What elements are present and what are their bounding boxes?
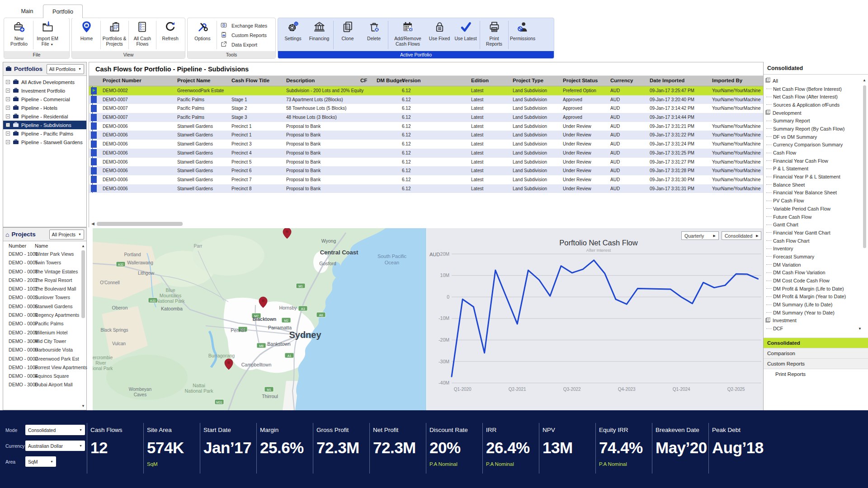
- mode-dropdown[interactable]: Consolidated▼: [25, 425, 85, 435]
- row-handle[interactable]: [91, 167, 97, 174]
- row-handle[interactable]: [91, 185, 97, 192]
- use-latest-button[interactable]: Use Latest: [453, 19, 479, 51]
- cashflow-row[interactable]: DEMO-0006Stanwell GardensPrecinct 1Propo…: [89, 131, 763, 140]
- report-item-dm-summary-life-to-date-[interactable]: DM Summary (Life to Date): [764, 300, 868, 309]
- report-item-development[interactable]: Development: [764, 109, 868, 117]
- col-header-project-name[interactable]: Project Name: [177, 78, 211, 83]
- cashflow-row[interactable]: DEMO-0007Pacific PalmsStage 173 Apartmen…: [89, 95, 763, 104]
- col-header-date-imported[interactable]: Date Imported: [650, 78, 684, 83]
- project-row[interactable]: DEMO - 0001Regency Apartments: [3, 311, 86, 320]
- report-item-df-vs-dm-summary[interactable]: DF vs DM Summary: [764, 133, 868, 141]
- project-row[interactable]: DEMO - 0007Pacific Palms: [3, 320, 86, 328]
- data-export-button[interactable]: Data Export: [221, 40, 267, 49]
- expand-icon[interactable]: +: [6, 140, 10, 144]
- report-item-summary-report-by-cash-flow-[interactable]: Summary Report (By Cash Flow): [764, 125, 868, 133]
- report-item-inventory[interactable]: Inventory: [764, 244, 868, 253]
- portfolios-filter-dropdown[interactable]: All Portfolios ▼: [47, 64, 84, 74]
- table-hscrollbar[interactable]: ◀: [89, 221, 428, 227]
- cashflow-row[interactable]: DEMO-0006Stanwell GardensPrecinct 5Propo…: [89, 158, 763, 167]
- portfolio-item-pipeline-subdivisions[interactable]: +Pipeline - Subdivisions: [3, 121, 86, 129]
- projects-scrollbar[interactable]: ▲ ▼: [81, 244, 85, 408]
- report-item-forecast-summary[interactable]: Forecast Summary: [764, 253, 868, 261]
- report-item-financial-year-balance-sheet[interactable]: Financial Year Balance Sheet: [764, 189, 868, 197]
- project-row[interactable]: DEMO - 0002Greenwood Park Est: [3, 355, 86, 364]
- report-item-currency-comparison-summary[interactable]: Currency Comparison Summary: [764, 141, 868, 149]
- project-row[interactable]: DEMO - 2002The Royal Resort: [3, 277, 86, 285]
- cashflow-row[interactable]: DEMO-0006Stanwell GardensPrecinct 6Propo…: [89, 166, 763, 175]
- cashflow-row[interactable]: DEMO-0002GreenwoodPark EstateSubdivision…: [89, 86, 763, 95]
- col-header-cash-flow-title[interactable]: Cash Flow Title: [231, 78, 269, 83]
- report-item-cash-flow-chart[interactable]: Cash Flow Chart: [764, 237, 868, 245]
- portfolio-item-all-active-developments[interactable]: +All Active Developments: [3, 78, 86, 86]
- report-item-financial-year-gantt-chart[interactable]: Financial Year Gantt Chart: [764, 229, 868, 237]
- report-item-dm-variation[interactable]: DM Variation: [764, 261, 868, 269]
- report-item-financial-year-p-l-statement[interactable]: Financial Year P & L Statement: [764, 173, 868, 181]
- use-fixed-button[interactable]: Use Fixed: [426, 19, 453, 51]
- col-header-edition[interactable]: Edition: [471, 78, 489, 83]
- section-comparison[interactable]: Comparison: [764, 348, 868, 358]
- project-row[interactable]: DEMO - 3004Mid City Tower: [3, 338, 86, 346]
- report-item-net-cash-flow-after-interest-[interactable]: Net Cash Flow (After Interest): [764, 93, 868, 101]
- report-item-cash-flow[interactable]: Cash Flow: [764, 149, 868, 157]
- report-item-dm-profit-margin-year-to-date-[interactable]: DM Profit & Margin (Year to Date): [764, 293, 868, 301]
- section-custom-reports[interactable]: Custom Reports: [764, 358, 868, 369]
- report-item-dm-summary-year-to-date-[interactable]: DM Summary (Year to Date): [764, 309, 868, 317]
- expand-icon[interactable]: +: [6, 114, 10, 118]
- add-remove-cash-flows-button[interactable]: Add/Remove Cash Flows: [389, 19, 426, 51]
- cashflow-row[interactable]: DEMO-0006Stanwell GardensPrecinct 8Propo…: [89, 184, 763, 193]
- report-item-financial-year-cash-flow[interactable]: Financial Year Cash Flow: [764, 157, 868, 165]
- expand-icon[interactable]: +: [6, 106, 10, 110]
- portfolio-item-pipeline-pacific-palms[interactable]: +Pipeline - Pacific Palms: [3, 129, 86, 138]
- col-header-version[interactable]: Version: [402, 78, 421, 83]
- cashflow-row[interactable]: DEMO-0007Pacific PalmsStage 258 Townhous…: [89, 104, 763, 113]
- chevron-down-icon[interactable]: ▼: [858, 327, 862, 331]
- portfolio-item-pipeline-commercial[interactable]: +Pipeline - Commercial: [3, 95, 86, 103]
- map-view[interactable]: A32 A33 M1 A3 A6 M2 M7 M4 M8 A1 M31 M1Pa…: [93, 228, 426, 410]
- report-item-variable-period-cash-flow[interactable]: Variable Period Cash Flow: [764, 205, 868, 213]
- delete-button[interactable]: Delete: [361, 19, 387, 51]
- report-item-dcf[interactable]: DCF▼: [764, 324, 868, 333]
- import-em-file-button[interactable]: Import EM File ▼: [34, 19, 61, 51]
- exchange-rates-button[interactable]: 0Exchange Rates: [221, 21, 267, 30]
- project-row[interactable]: DEMO - 2001Millenium Hotel: [3, 329, 86, 338]
- scroll-left-icon[interactable]: ◀: [91, 221, 94, 226]
- portfolio-item-pipeline-stanwell-gardens[interactable]: +Pipeline - Stanwell Gardens: [3, 138, 86, 146]
- section-print-reports[interactable]: Print Reports: [764, 369, 868, 379]
- map-canvas[interactable]: A32 A33 M1 A3 A6 M2 M7 M4 M8 A1 M31 M1Pa…: [93, 228, 426, 410]
- row-handle[interactable]: [91, 158, 97, 165]
- col-header-dm-budget[interactable]: DM Budget: [377, 78, 404, 83]
- section-consolidated[interactable]: Consolidated: [764, 338, 868, 348]
- col-header-cf[interactable]: CF: [360, 78, 367, 83]
- row-handle[interactable]: [91, 141, 97, 148]
- cashflow-row[interactable]: DEMO-0006Stanwell GardensPrecinct 1Propo…: [89, 122, 763, 131]
- row-handle[interactable]: [91, 176, 97, 183]
- table-hscroll-thumb[interactable]: [97, 222, 183, 226]
- project-row[interactable]: DEMO - 0005Twin Towers: [3, 259, 86, 267]
- report-item-pv-cash-flow[interactable]: PV Cash Flow: [764, 197, 868, 205]
- portfolio-item-investment-portfolio[interactable]: +Investment Portfolio: [3, 86, 86, 95]
- refresh-button[interactable]: Refresh: [157, 19, 183, 51]
- clone-button[interactable]: Clone: [335, 19, 361, 51]
- row-handle[interactable]: [91, 114, 97, 121]
- report-item-investment[interactable]: Investment: [764, 317, 868, 325]
- report-item-balance-sheet[interactable]: Balance Sheet: [764, 181, 868, 189]
- options-button[interactable]: Options: [189, 19, 216, 51]
- col-header-project-type[interactable]: Project Type: [513, 78, 543, 83]
- report-item-sources-application-offunds[interactable]: Sources & Application ofFunds: [764, 101, 868, 109]
- report-item-dm-profit-margin-life-to-date-[interactable]: DM Profit & Margin (Life to Date): [764, 285, 868, 293]
- currency-dropdown[interactable]: Australian Dollar▼: [25, 441, 85, 451]
- project-row[interactable]: DEMO - 0009Harbourside Vista: [3, 346, 86, 355]
- scroll-up-icon[interactable]: ▲: [81, 244, 85, 248]
- project-row[interactable]: DEMO - 1003Forrest View Apartments: [3, 364, 86, 372]
- expand-icon[interactable]: +: [6, 123, 10, 127]
- col-header-imported-by[interactable]: Imported By: [712, 78, 742, 83]
- tab-main[interactable]: Main: [14, 5, 41, 18]
- all-cash-flows-button[interactable]: All Cash Flows: [130, 19, 156, 51]
- project-row[interactable]: DEMO - 3006Dubai Airport Mall: [3, 381, 86, 389]
- chart-period-dropdown[interactable]: Quarterly ▶: [681, 231, 719, 240]
- project-row[interactable]: DEMO - 0003Sunlover Towers: [3, 294, 86, 302]
- tab-portfolio[interactable]: Portfolio: [43, 5, 83, 18]
- home-button[interactable]: Home: [74, 19, 99, 51]
- project-row[interactable]: DEMO - 1002The Boulevard Mall: [3, 285, 86, 294]
- row-handle[interactable]: [91, 87, 97, 94]
